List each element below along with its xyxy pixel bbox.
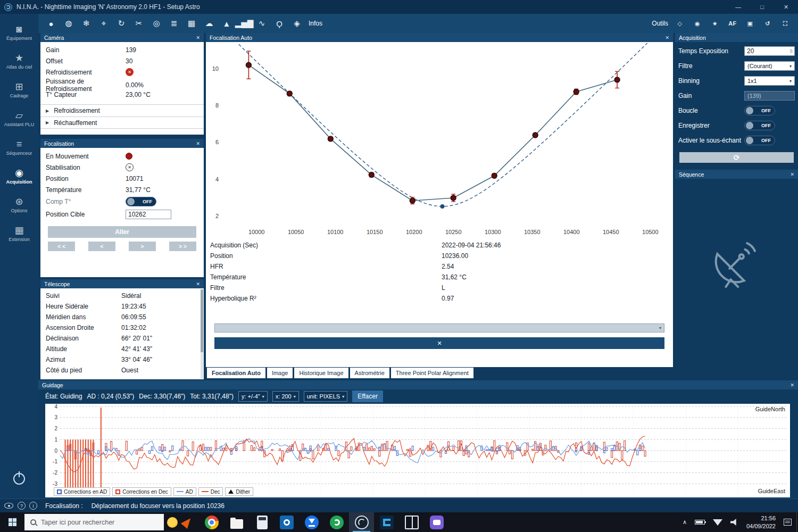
tab-astrometrie[interactable]: Astrométrie — [350, 368, 389, 378]
sidebar-item-atlas-du-ciel[interactable]: ★ Atlas du ciel — [0, 47, 38, 76]
sidebar-item-sequenceur[interactable]: ≡ Séquenceur — [0, 133, 38, 162]
sidebar-item-acquisition[interactable]: ◉ Acquisition — [0, 162, 38, 190]
close-icon[interactable]: ✕ — [665, 35, 669, 40]
focuser-step-button[interactable]: < — [88, 242, 115, 251]
start-capture-button[interactable]: ⟳ — [679, 152, 794, 163]
history-icon[interactable]: ↺ — [759, 16, 776, 31]
purple-app-icon[interactable] — [424, 512, 449, 532]
focuser-step-button[interactable]: > — [129, 242, 156, 251]
volume-icon[interactable] — [730, 519, 738, 526]
flat-bulb-icon[interactable]: Ϙ — [271, 16, 288, 31]
close-button[interactable]: ✕ — [774, 0, 798, 14]
minimize-button[interactable]: — — [726, 0, 750, 14]
help-icon[interactable]: ? — [18, 502, 26, 510]
green-app-icon[interactable] — [324, 512, 349, 532]
sensor-temp-value: 23,00 °C — [126, 91, 198, 98]
maximize-button[interactable]: □ — [750, 0, 774, 14]
blue-e-app-icon[interactable] — [374, 512, 399, 532]
close-icon[interactable]: ✕ — [790, 172, 794, 177]
switch-grid-icon[interactable]: ▦ — [183, 16, 200, 31]
cooling-expander[interactable]: ▶Refroidissement — [40, 104, 204, 117]
tab-focalisation-auto[interactable]: Focalisation Auto — [207, 368, 265, 378]
exposure-target-icon[interactable]: ◉ — [689, 16, 706, 31]
battery-icon[interactable] — [695, 520, 705, 525]
fullscreen-icon[interactable]: ⛶ — [777, 16, 794, 31]
svg-text:10: 10 — [212, 65, 219, 72]
temp-comp-toggle[interactable]: OFF — [126, 197, 156, 206]
plate-solve-icon[interactable]: ◇ — [671, 16, 688, 31]
target-position-input[interactable] — [126, 210, 171, 219]
rotator-icon[interactable]: ⌖ — [95, 16, 112, 31]
notification-center-icon[interactable] — [784, 519, 792, 526]
legend-item[interactable]: AD — [173, 487, 196, 496]
folder-icon[interactable] — [224, 512, 249, 532]
warming-expander[interactable]: ▶Réchauffement — [40, 117, 204, 129]
nina-taskbar-icon[interactable] — [349, 512, 374, 532]
binning-select[interactable]: 1x1▾ — [744, 76, 795, 86]
chrome-icon[interactable] — [199, 512, 224, 532]
focuser-step-button[interactable]: > > — [169, 242, 196, 251]
start-button[interactable] — [0, 512, 24, 532]
cancel-autofocus-button[interactable]: ✕ — [214, 337, 664, 349]
horizon-icon[interactable]: ▲ — [218, 16, 235, 31]
loop-toggle[interactable]: OFF — [744, 106, 775, 115]
window-app-icon[interactable] — [399, 512, 424, 532]
star-detection-icon[interactable]: ★ — [706, 16, 724, 31]
tab-three-point-polar-alignment[interactable]: Three Point Polar Alignment — [391, 368, 473, 378]
subsample-toggle[interactable]: OFF — [744, 136, 775, 145]
info-icon[interactable]: i — [29, 502, 37, 510]
camera-icon[interactable]: ● — [43, 16, 60, 31]
outlook-icon[interactable] — [274, 512, 299, 532]
tab-historique-image[interactable]: Historique Image — [294, 368, 348, 378]
guider-icon[interactable]: ◎ — [148, 16, 165, 31]
infos-shield-icon[interactable]: ◈ — [288, 16, 305, 31]
legend-item[interactable]: Corrections en Dec — [112, 487, 171, 496]
power-icon[interactable] — [13, 473, 25, 485]
autofocus-icon[interactable]: AF — [724, 16, 741, 31]
legend-item[interactable]: Dec — [198, 487, 223, 496]
sync-rotate-icon[interactable]: ↻ — [113, 16, 130, 31]
exposure-input[interactable] — [744, 46, 795, 56]
download-app-icon[interactable] — [299, 512, 324, 532]
sidebar-item-cadrage[interactable]: ⊞ Cadrage — [0, 76, 38, 104]
tray-expand-icon[interactable]: ∧ — [683, 519, 687, 526]
histogram-icon[interactable]: ▂▅▇ — [236, 16, 253, 31]
telescope-mount-icon[interactable]: ✂ — [130, 16, 147, 31]
weather-cloud-icon[interactable]: ☁ — [201, 16, 218, 31]
infos-label[interactable]: Infos — [309, 20, 322, 27]
calculator-icon[interactable] — [249, 512, 274, 532]
legend-item[interactable]: Corrections en AD — [54, 487, 110, 496]
wifi-icon[interactable] — [713, 519, 722, 526]
close-icon[interactable]: ✕ — [196, 35, 200, 40]
sidebar-item-extension[interactable]: ▦ Extension — [0, 219, 38, 248]
close-icon[interactable]: ✕ — [790, 383, 794, 388]
taskbar-clock[interactable]: 21:56 04/09/2022 — [746, 514, 776, 530]
sidebar-item-assistant-plu[interactable]: ▱ Assistant PLU — [0, 104, 38, 133]
legend-item[interactable]: Dither — [225, 487, 253, 496]
close-icon[interactable]: ✕ — [196, 141, 200, 146]
clear-guide-graph-button[interactable]: Effacer — [352, 390, 383, 402]
hfr-graph-icon[interactable]: ∿ — [253, 16, 270, 31]
move-focuser-button[interactable]: Aller — [48, 226, 196, 238]
x-scale-select[interactable]: x: 200▾ — [272, 391, 299, 402]
scrollbar-thumb[interactable] — [201, 289, 203, 352]
scrollbar[interactable] — [201, 289, 203, 379]
cooling-icon[interactable]: ❄ — [78, 16, 95, 31]
taskbar-search[interactable]: Taper ici pour rechercher — [24, 514, 164, 530]
sequence-list-icon[interactable]: ≣ — [165, 16, 182, 31]
filter-select[interactable]: (Courant)▾ — [744, 61, 795, 71]
autofocus-report-select[interactable]: ▾ — [214, 323, 664, 332]
subframe-icon[interactable]: ▣ — [742, 16, 759, 31]
tab-image[interactable]: Image — [267, 368, 293, 378]
focuser-step-button[interactable]: < < — [48, 242, 75, 251]
close-icon[interactable]: ✕ — [196, 281, 200, 287]
filter-wheel-icon[interactable]: ◍ — [60, 16, 77, 31]
y-scale-select[interactable]: y: +/-4"▾ — [238, 391, 268, 402]
save-toggle[interactable]: OFF — [744, 121, 775, 130]
search-highlight-icon[interactable] — [167, 517, 178, 528]
sidebar-item-options[interactable]: ⊛ Options — [0, 190, 38, 219]
eye-icon[interactable] — [4, 503, 13, 509]
unit-select[interactable]: unit: PIXELS▾ — [304, 391, 347, 402]
party-cone-icon[interactable] — [181, 516, 194, 529]
sidebar-item-equipement[interactable]: ◙ Équipement — [0, 18, 38, 47]
